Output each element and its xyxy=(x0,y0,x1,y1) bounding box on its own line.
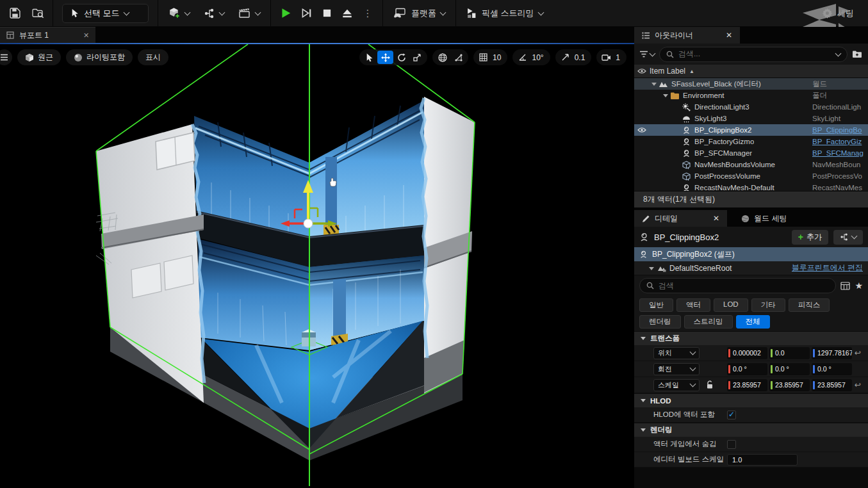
hidden-in-game-checkbox[interactable] xyxy=(727,440,736,449)
show-dropdown[interactable]: 표시 xyxy=(138,49,168,65)
outliner-row[interactable]: Environment폴더 xyxy=(634,90,868,101)
close-icon[interactable]: ✕ xyxy=(713,214,719,223)
expand-arrow-icon[interactable] xyxy=(648,265,655,272)
viewport-3d[interactable]: 원근 라이팅포함 표시 xyxy=(0,44,634,488)
outliner-search-input[interactable]: 검색... xyxy=(659,47,848,62)
transform-value-input[interactable]: 0.000002 xyxy=(727,347,767,359)
chevron-down-icon xyxy=(690,365,696,371)
scale-tool-button[interactable] xyxy=(409,51,425,64)
rotate-tool-button[interactable] xyxy=(393,51,409,64)
stop-button[interactable] xyxy=(317,4,336,23)
close-icon[interactable]: ✕ xyxy=(726,31,732,40)
outliner-row[interactable]: PostProcessVolumePostProcessVo xyxy=(634,170,868,182)
angle-snap-value[interactable]: 10° xyxy=(530,53,548,62)
billboard-scale-input[interactable]: 1.0 xyxy=(727,454,798,466)
viewport-options-button[interactable] xyxy=(0,49,12,65)
view-mode-dropdown[interactable]: 라이팅포함 xyxy=(66,49,133,65)
edit-in-blueprint-link[interactable]: 블루프린트에서 편집 xyxy=(792,263,863,273)
details-display-options-button[interactable] xyxy=(840,282,850,290)
play-button[interactable] xyxy=(276,4,295,23)
filter-pill-전체[interactable]: 전체 xyxy=(736,315,770,329)
scale-snap-button[interactable] xyxy=(557,51,573,64)
platform-dropdown[interactable]: 플랫폼 xyxy=(388,4,450,22)
outliner-item-type[interactable]: BP_ClippingBo xyxy=(812,126,868,134)
favorites-star-icon[interactable]: ★ xyxy=(855,281,863,291)
world-coord-button[interactable] xyxy=(434,51,450,64)
transform-value-input[interactable]: 0.0 ° xyxy=(727,363,767,375)
filter-pill-액터[interactable]: 액터 xyxy=(676,298,710,312)
select-mode-dropdown[interactable]: 선택 모드 xyxy=(62,4,149,23)
hlod-include-checkbox[interactable] xyxy=(727,411,736,419)
transform-value-input[interactable]: 23.85957 xyxy=(769,379,810,391)
outliner-row[interactable]: SFassLevel_Black (에디터)월드 xyxy=(634,78,868,90)
grid-snap-button[interactable] xyxy=(475,51,491,64)
tab-world-settings[interactable]: 월드 세팅 xyxy=(733,210,794,227)
close-icon[interactable]: ✕ xyxy=(83,31,89,40)
pixel-streaming-dropdown[interactable]: 픽셀 스트리밍 xyxy=(461,4,548,22)
select-tool-button[interactable] xyxy=(361,51,377,64)
play-advance-button[interactable] xyxy=(297,4,316,23)
filter-pill-일반[interactable]: 일반 xyxy=(639,298,673,312)
outliner-row[interactable]: BP_FactoryGizmoBP_FactoryGiz xyxy=(634,136,868,147)
content-browser-button[interactable] xyxy=(28,4,47,23)
section-rendering[interactable]: 렌더링 xyxy=(634,423,868,437)
outliner-row[interactable]: BP_SFCManagerBP_SFCManag xyxy=(634,147,868,159)
outliner-row[interactable]: DirectionalLight3DirectionalLigh xyxy=(634,101,868,113)
component-row-self[interactable]: BP_ClippingBox2 (셀프) xyxy=(634,247,868,261)
transform-value-input[interactable]: 0.0 ° xyxy=(812,363,852,375)
filter-pill-스트리밍[interactable]: 스트리밍 xyxy=(684,315,733,329)
add-actor-dropdown[interactable] xyxy=(163,4,195,22)
camera-speed-value[interactable]: 1 xyxy=(614,53,625,62)
add-component-button[interactable]: + 추가 xyxy=(792,230,828,245)
outliner-row[interactable]: NavMeshBoundsVolumeNavMeshBoun xyxy=(634,159,868,170)
filter-pill-LOD[interactable]: LOD xyxy=(714,298,748,312)
perspective-dropdown[interactable]: 원근 xyxy=(17,49,61,65)
details-search-input[interactable]: 검색 xyxy=(639,278,836,293)
tab-viewport-1[interactable]: 뷰포트 1 ✕ xyxy=(0,27,95,43)
transform-value-input[interactable]: 0.0 ° xyxy=(769,363,810,375)
transform-value-input[interactable]: 0.0 xyxy=(769,347,810,359)
grid-snap-value[interactable]: 10 xyxy=(491,53,505,62)
tab-outliner[interactable]: 아웃라이너 ✕ xyxy=(634,27,740,44)
reset-to-default-button[interactable]: ↩ xyxy=(855,380,861,389)
unlock-icon[interactable] xyxy=(706,380,714,389)
camera-speed-button[interactable] xyxy=(598,51,614,64)
transform-axis-dropdown[interactable]: 스케일 xyxy=(653,379,700,391)
outliner-row[interactable]: RecastNavMesh-DefaultRecastNavMes xyxy=(634,182,868,191)
filter-pill-렌더링[interactable]: 렌더링 xyxy=(639,315,681,329)
outliner-item-type: SkyLight xyxy=(812,115,868,122)
play-options-button[interactable]: ⋮ xyxy=(358,4,377,23)
component-row-scene-root[interactable]: DefaultSceneRoot 블루프린트에서 편집 xyxy=(634,261,868,275)
cinematics-dropdown[interactable] xyxy=(233,4,265,22)
filter-pill-피직스[interactable]: 피직스 xyxy=(789,298,830,312)
expand-arrow-icon[interactable] xyxy=(662,92,669,99)
section-hlod[interactable]: HLOD xyxy=(634,393,868,407)
outliner-item-type[interactable]: BP_SFCManag xyxy=(812,149,868,157)
section-transform[interactable]: 트랜스폼 xyxy=(634,331,868,345)
eye-icon[interactable] xyxy=(634,127,650,133)
filter-pill-기타[interactable]: 기타 xyxy=(751,298,785,312)
transform-axis-dropdown[interactable]: 위치 xyxy=(653,347,700,359)
transform-value-input[interactable]: 1297.781677 xyxy=(812,347,852,359)
eye-column-header[interactable] xyxy=(634,68,650,74)
eject-button[interactable] xyxy=(338,4,357,23)
surface-snap-button[interactable] xyxy=(450,51,466,64)
tab-details[interactable]: 디테일 ✕ xyxy=(634,210,727,227)
angle-snap-button[interactable] xyxy=(514,51,530,64)
outliner-item-type[interactable]: BP_FactoryGiz xyxy=(812,138,868,145)
transform-axis-dropdown[interactable]: 회전 xyxy=(653,363,700,375)
move-tool-button[interactable] xyxy=(377,51,393,64)
outliner-row[interactable]: SkyLight3SkyLight xyxy=(634,113,868,124)
transform-value-input[interactable]: 23.85957 xyxy=(727,379,767,391)
scale-snap-value[interactable]: 0.1 xyxy=(573,53,590,62)
outliner-row[interactable]: BP_ClippingBox2BP_ClippingBo xyxy=(634,124,868,136)
transform-value-input[interactable]: 23.85957 xyxy=(812,379,852,391)
blueprints-dropdown[interactable] xyxy=(199,4,229,22)
blueprint-actions-dropdown[interactable] xyxy=(833,230,863,245)
reset-to-default-button[interactable]: ↩ xyxy=(855,348,861,357)
outliner-add-folder-button[interactable] xyxy=(852,50,863,59)
expand-arrow-icon[interactable] xyxy=(651,81,657,87)
item-label-column-header[interactable]: Item Label xyxy=(650,67,685,76)
save-button[interactable] xyxy=(5,4,24,23)
outliner-filter-button[interactable] xyxy=(639,51,655,58)
